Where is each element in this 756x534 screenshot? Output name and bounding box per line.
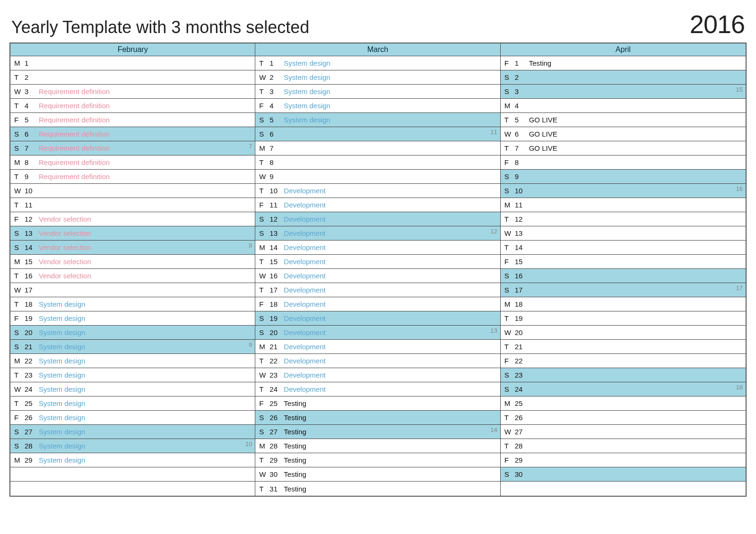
day-cell[interactable]: F26System design xyxy=(10,411,255,425)
day-cell[interactable]: W6GO LIVE xyxy=(501,127,746,141)
day-cell[interactable]: S12Development xyxy=(255,212,500,226)
day-cell[interactable]: S19Development xyxy=(255,311,500,326)
day-cell[interactable]: S1016 xyxy=(501,184,746,198)
day-cell[interactable]: T11 xyxy=(10,198,255,212)
day-cell[interactable]: T17Development xyxy=(255,283,500,297)
day-cell[interactable]: F8 xyxy=(501,155,746,170)
day-cell[interactable]: S315 xyxy=(501,85,746,99)
day-cell[interactable]: T22Development xyxy=(255,354,500,368)
day-cell[interactable]: W13 xyxy=(501,226,746,241)
day-cell[interactable]: S23 xyxy=(501,368,746,382)
day-cell[interactable] xyxy=(10,467,255,482)
day-cell[interactable]: S16 xyxy=(501,269,746,283)
day-cell[interactable]: M15Vendor selection xyxy=(10,255,255,269)
day-cell[interactable]: T21 xyxy=(501,340,746,354)
day-cell[interactable]: F1Testing xyxy=(501,56,746,70)
day-cell[interactable]: S20System design xyxy=(10,326,255,340)
day-cell[interactable]: W17 xyxy=(10,283,255,297)
day-cell[interactable]: M4 xyxy=(501,99,746,113)
day-cell[interactable]: S30 xyxy=(501,467,746,482)
day-cell[interactable]: M21Development xyxy=(255,340,500,354)
day-cell[interactable]: T29Testing xyxy=(255,453,500,467)
day-cell[interactable]: T18System design xyxy=(10,297,255,311)
day-cell[interactable]: W3Requirement definition xyxy=(10,85,255,99)
day-cell[interactable]: M11 xyxy=(501,198,746,212)
day-cell[interactable]: T25System design xyxy=(10,396,255,411)
day-cell[interactable]: T8 xyxy=(255,155,500,170)
day-cell[interactable]: S28System design10 xyxy=(10,439,255,453)
day-cell[interactable]: T5GO LIVE xyxy=(501,113,746,127)
day-cell[interactable]: T12 xyxy=(501,212,746,226)
day-cell[interactable]: T7GO LIVE xyxy=(501,141,746,155)
day-cell[interactable]: T1System design xyxy=(255,56,500,70)
day-cell[interactable]: T14 xyxy=(501,241,746,255)
day-cell[interactable]: S9 xyxy=(501,170,746,184)
day-cell[interactable]: S26Testing xyxy=(255,411,500,425)
day-cell[interactable]: W20 xyxy=(501,326,746,340)
day-of-week: M xyxy=(259,343,269,351)
day-cell[interactable]: T9Requirement definition xyxy=(10,170,255,184)
day-cell[interactable]: W23Development xyxy=(255,368,500,382)
day-cell[interactable]: S1717 xyxy=(501,283,746,297)
day-cell[interactable]: S13Vendor selection xyxy=(10,226,255,241)
day-cell[interactable]: F5Requirement definition xyxy=(10,113,255,127)
day-cell[interactable]: S7Requirement definition7 xyxy=(10,141,255,155)
day-cell[interactable]: S611 xyxy=(255,127,500,141)
day-cell[interactable]: T16Vendor selection xyxy=(10,269,255,283)
day-cell[interactable]: M22System design xyxy=(10,354,255,368)
day-cell[interactable]: F25Testing xyxy=(255,396,500,411)
day-cell[interactable]: T31Testing xyxy=(255,482,500,496)
day-cell[interactable]: S5System design xyxy=(255,113,500,127)
day-cell[interactable]: T28 xyxy=(501,439,746,453)
day-cell[interactable]: W16Development xyxy=(255,269,500,283)
day-cell[interactable]: W30Testing xyxy=(255,467,500,482)
task-label: System design xyxy=(39,314,85,322)
day-cell[interactable] xyxy=(10,482,255,496)
day-cell[interactable]: S14Vendor selection8 xyxy=(10,241,255,255)
day-cell[interactable]: F12Vendor selection xyxy=(10,212,255,226)
day-cell[interactable]: F29 xyxy=(501,453,746,467)
day-of-week: T xyxy=(14,73,25,81)
day-cell[interactable]: S27Testing14 xyxy=(255,425,500,439)
day-number: 7 xyxy=(515,144,526,152)
day-cell[interactable]: S6Requirement definition xyxy=(10,127,255,141)
day-cell[interactable]: M14Development xyxy=(255,241,500,255)
day-cell[interactable]: F19System design xyxy=(10,311,255,326)
day-cell[interactable]: M1 xyxy=(10,56,255,70)
day-cell[interactable]: T23System design xyxy=(10,368,255,382)
week-number: 7 xyxy=(249,143,252,150)
day-cell[interactable]: M25 xyxy=(501,396,746,411)
day-cell[interactable]: M28Testing xyxy=(255,439,500,453)
day-cell[interactable]: F11Development xyxy=(255,198,500,212)
day-cell[interactable]: T2 xyxy=(10,70,255,85)
day-cell[interactable]: T19 xyxy=(501,311,746,326)
day-cell[interactable]: T10Development xyxy=(255,184,500,198)
day-cell[interactable] xyxy=(501,482,746,496)
day-cell[interactable]: W27 xyxy=(501,425,746,439)
day-cell[interactable]: F18Development xyxy=(255,297,500,311)
day-cell[interactable]: T3System design xyxy=(255,85,500,99)
day-cell[interactable]: M18 xyxy=(501,297,746,311)
day-number: 4 xyxy=(515,102,526,110)
day-cell[interactable]: T15Development xyxy=(255,255,500,269)
day-cell[interactable]: F22 xyxy=(501,354,746,368)
day-cell[interactable]: T4Requirement definition xyxy=(10,99,255,113)
day-cell[interactable]: T26 xyxy=(501,411,746,425)
day-cell[interactable]: T24Development xyxy=(255,382,500,396)
day-cell[interactable]: S20Development13 xyxy=(255,326,500,340)
day-cell[interactable]: W9 xyxy=(255,170,500,184)
day-cell[interactable]: S2418 xyxy=(501,382,746,396)
day-cell[interactable]: F4System design xyxy=(255,99,500,113)
day-cell[interactable]: S21System design9 xyxy=(10,340,255,354)
day-cell[interactable]: M29System design xyxy=(10,453,255,467)
day-cell[interactable]: M8Requirement definition xyxy=(10,155,255,170)
day-cell[interactable]: S13Development12 xyxy=(255,226,500,241)
day-cell[interactable]: F15 xyxy=(501,255,746,269)
day-of-week: M xyxy=(504,399,515,407)
day-cell[interactable]: M7 xyxy=(255,141,500,155)
day-cell[interactable]: W24System design xyxy=(10,382,255,396)
day-cell[interactable]: W2System design xyxy=(255,70,500,85)
day-cell[interactable]: S2 xyxy=(501,70,746,85)
day-cell[interactable]: W10 xyxy=(10,184,255,198)
day-cell[interactable]: S27System design xyxy=(10,425,255,439)
